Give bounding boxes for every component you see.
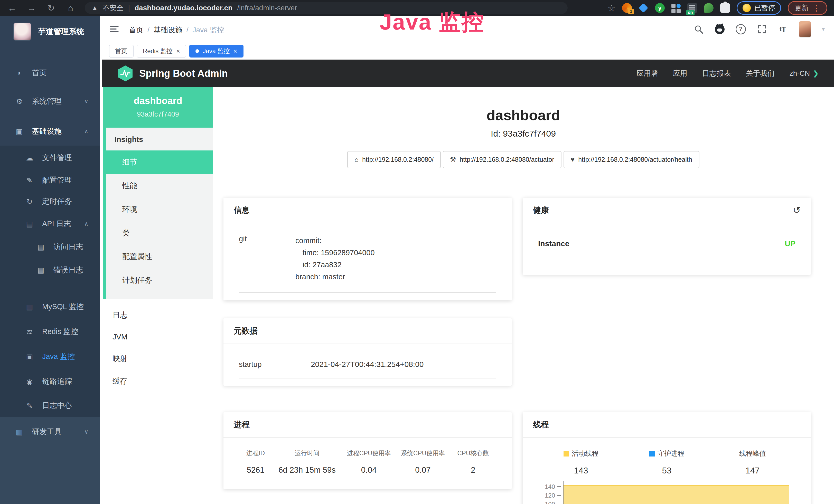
extension-y-icon[interactable]: y <box>655 3 665 13</box>
browser-menu-icon[interactable]: ⋮ <box>813 4 820 13</box>
tab-home[interactable]: 首页 <box>109 45 134 58</box>
sba-item-jvm[interactable]: JVM <box>103 327 213 347</box>
sidebar-item-mysql-monitor[interactable]: ▦ MySQL 监控 <box>0 298 100 316</box>
metadata-row-startup: startup 2021-04-27T00:44:31.254+08:00 <box>239 360 496 379</box>
metadata-card: 元数据 startup 2021-04-27T00:44:31.254+08:0… <box>223 318 512 386</box>
sidebar-item-config-mgmt[interactable]: ✎ 配置管理 <box>0 171 100 189</box>
tag-tabbar: 首页 Redis 监控 × Java 监控 × <box>100 42 834 60</box>
paused-profile-pill[interactable]: 已暂停 <box>737 1 781 15</box>
health-history-icon[interactable]: ↺ <box>793 205 800 216</box>
sba-item-metrics[interactable]: 性能 <box>106 174 213 198</box>
url-host: dashboard.yudao.iocoder.cn <box>135 4 233 12</box>
log-edit-icon: ✎ <box>25 402 35 410</box>
sidebar-item-access-log[interactable]: ▤ 访问日志 <box>0 238 100 256</box>
text-size-icon[interactable]: tT <box>778 24 788 35</box>
sba-locale-select[interactable]: zh-CN ❯ <box>790 69 818 77</box>
sidebar-item-redis-monitor[interactable]: ≋ Redis 监控 <box>0 322 100 341</box>
sidebar-item-java-monitor[interactable]: ▣ Java 监控 <box>0 347 100 366</box>
hamburger-icon[interactable] <box>110 26 119 32</box>
user-caret-down-icon[interactable]: ▾ <box>822 26 825 32</box>
profile-emoji-icon <box>743 4 751 12</box>
sidebar-item-log-center[interactable]: ✎ 日志中心 <box>0 396 100 415</box>
uptime-value: 6d 23h 15m 59s <box>272 465 342 475</box>
extension-switch-icon[interactable]: on <box>687 3 697 13</box>
sba-item-caches[interactable]: 缓存 <box>103 370 213 393</box>
search-icon[interactable] <box>694 24 704 35</box>
sba-menu-applications[interactable]: 应用 <box>673 69 687 78</box>
navbar-actions: ? tT ▾ <box>694 16 825 42</box>
app-title: 芋道管理系统 <box>38 26 84 37</box>
sidebar-item-infra[interactable]: ▣ 基础设施 ∧ <box>0 122 100 141</box>
user-avatar[interactable] <box>799 21 811 38</box>
tab-redis-monitor[interactable]: Redis 监控 × <box>137 45 186 58</box>
process-card-header: 进程 <box>223 412 512 438</box>
breadcrumb-current: Java 监控 <box>193 25 224 35</box>
bookmark-star-icon[interactable]: ☆ <box>608 3 615 13</box>
chevron-up-icon: ∧ <box>84 221 100 227</box>
sba-item-mappings[interactable]: 映射 <box>103 347 213 370</box>
extension-on-badge: on <box>686 10 695 16</box>
screen: ← → ↻ ⌂ ▲ 不安全 | dashboard.yudao.iocoder.… <box>0 0 834 504</box>
threads-values: 143 53 147 <box>538 466 795 476</box>
extension-pin-icon[interactable] <box>639 3 648 13</box>
sba-menu-wallboard[interactable]: 应用墙 <box>636 69 658 78</box>
sidebar-item-dev-tools[interactable]: ▥ 研发工具 ∨ <box>0 422 100 441</box>
browser-home-icon[interactable]: ⌂ <box>65 3 76 13</box>
address-bar[interactable]: ▲ 不安全 | dashboard.yudao.iocoder.cn /infr… <box>85 2 568 14</box>
extension-grid-icon[interactable] <box>672 3 681 13</box>
live-threads-area-series <box>564 485 789 504</box>
process-table-values: 5261 6d 23h 15m 59s 0.04 0.07 2 <box>239 465 496 475</box>
log-edit-icon: ▤ <box>36 243 46 251</box>
cloud-upload-icon: ☁ <box>25 154 35 162</box>
fullscreen-icon[interactable] <box>757 24 767 35</box>
sba-item-scheduled-tasks[interactable]: 计划任务 <box>106 269 213 292</box>
sba-item-details[interactable]: 细节 <box>103 151 213 174</box>
sba-item-environment[interactable]: 环境 <box>106 198 213 221</box>
daemon-threads-value: 53 <box>624 466 710 476</box>
service-url-button[interactable]: ⌂ http://192.168.0.2:48080/ <box>347 151 441 168</box>
sidebar-item-scheduled-jobs[interactable]: ↻ 定时任务 <box>0 192 100 211</box>
sidebar-item-tracing[interactable]: ◉ 链路追踪 <box>0 372 100 391</box>
sidebar-item-home[interactable]: ◗ 首页 <box>0 64 100 82</box>
github-icon[interactable] <box>715 24 725 35</box>
close-tab-icon[interactable]: × <box>234 48 237 54</box>
extensions-puzzle-icon[interactable] <box>720 3 730 13</box>
health-card-header: 健康 ↺ <box>523 198 811 223</box>
browser-update-button[interactable]: 更新 ⋮ <box>788 1 827 15</box>
y-tick-label: 140 <box>538 483 555 490</box>
back-icon[interactable]: ← <box>7 3 18 13</box>
sidebar-item-error-log[interactable]: ▤ 错误日志 <box>0 261 100 279</box>
sba-item-classes[interactable]: 类 <box>106 221 213 245</box>
help-icon[interactable]: ? <box>736 24 746 35</box>
sba-menu-journal[interactable]: 日志报表 <box>702 69 731 78</box>
breadcrumb-infra[interactable]: 基础设施 <box>154 25 182 35</box>
sidebar-item-api-log[interactable]: ▤ API 日志 ∧ <box>0 215 100 233</box>
system-cpu-value: 0.07 <box>396 465 450 475</box>
sba-item-logs[interactable]: 日志 <box>103 304 213 327</box>
address-divider: | <box>128 4 130 12</box>
sba-item-config-props[interactable]: 配置属性 <box>106 245 213 269</box>
extension-leaf-icon[interactable] <box>704 3 714 13</box>
health-url-button[interactable]: ♥ http://192.168.0.2:48080/actuator/heal… <box>564 151 699 168</box>
health-status-badge: UP <box>785 239 795 248</box>
reload-icon[interactable]: ↻ <box>46 3 57 13</box>
breadcrumb-home[interactable]: 首页 <box>129 25 143 35</box>
sba-menu: 应用墙 应用 日志报表 关于我们 zh-CN ❯ <box>636 69 818 78</box>
forward-icon[interactable]: → <box>26 3 37 13</box>
extension-badge-count: 1 <box>628 9 634 15</box>
sba-menu-about[interactable]: 关于我们 <box>746 69 775 78</box>
extensions-area: ☆ 1 y on 已暂停 更新 ⋮ <box>608 1 827 15</box>
breadcrumb: 首页 / 基础设施 / Java 监控 <box>129 25 224 35</box>
health-card: 健康 ↺ Instance UP <box>523 198 811 275</box>
sidebar-item-file-mgmt[interactable]: ☁ 文件管理 <box>0 148 100 167</box>
actuator-url-button[interactable]: ⚒ http://192.168.0.2:48080/actuator <box>443 151 562 168</box>
sidebar-item-system[interactable]: ⚙ 系统管理 ∨ <box>0 92 100 111</box>
tab-java-monitor[interactable]: Java 监控 × <box>189 45 243 58</box>
extension-orange-icon[interactable]: 1 <box>622 3 632 13</box>
metadata-card-header: 元数据 <box>223 318 512 344</box>
live-threads-value: 143 <box>538 466 624 476</box>
security-label: 不安全 <box>103 3 124 13</box>
close-tab-icon[interactable]: × <box>176 48 180 54</box>
sba-brand[interactable]: Spring Boot Admin <box>118 66 228 82</box>
gear-icon: ⚙ <box>14 97 24 106</box>
